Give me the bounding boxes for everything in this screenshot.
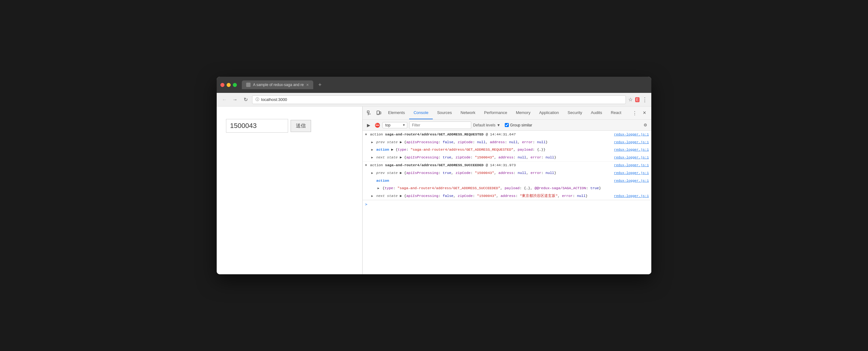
- url-text: localhost:3000: [261, 97, 287, 102]
- console-settings-button[interactable]: ⚙: [642, 122, 649, 128]
- console-input-row[interactable]: >: [363, 200, 651, 209]
- address-bar: ← → ↻ ⓘ localhost:3000 ☆ E ⋮: [217, 93, 651, 107]
- context-wrapper: top ▼: [382, 122, 407, 128]
- console-run-button[interactable]: ▶: [365, 122, 372, 128]
- console-input[interactable]: [369, 203, 649, 207]
- log-row-action-detail-succeeded[interactable]: {type: "saga-and-router4/address/GET_ADD…: [363, 184, 651, 192]
- browser-tab[interactable]: A sample of redux-saga and re ×: [242, 81, 313, 89]
- tab-network[interactable]: Network: [456, 107, 480, 119]
- log-source-action-requested[interactable]: redux-logger.js:1: [614, 147, 649, 153]
- expand-arrow-prev-succeeded[interactable]: [371, 171, 375, 176]
- tab-security[interactable]: Security: [563, 107, 586, 119]
- browser-window: A sample of redux-saga and re × + ← → ↻ …: [217, 77, 651, 274]
- log-text-next-requested: next state ▶ {apiIsProcessing: true, zip…: [376, 155, 612, 160]
- menu-icon[interactable]: ⋮: [642, 96, 648, 103]
- forward-button[interactable]: →: [231, 96, 239, 104]
- svg-rect-4: [380, 112, 381, 114]
- log-source-next-succeeded[interactable]: redux-logger.js:1: [614, 194, 649, 199]
- log-source-requested[interactable]: redux-logger.js:1: [614, 132, 649, 138]
- minimize-traffic-light[interactable]: [227, 83, 231, 87]
- tab-react[interactable]: React: [606, 107, 625, 119]
- tab-application[interactable]: Application: [535, 107, 563, 119]
- maximize-traffic-light[interactable]: [233, 83, 237, 87]
- log-row-action-succeeded[interactable]: action saga-and-router4/address/GET_ADDR…: [363, 162, 651, 169]
- log-row-prev-state-requested[interactable]: prev state ▶ {apiIsProcessing: false, zi…: [363, 139, 651, 146]
- url-bar[interactable]: ⓘ localhost:3000: [252, 95, 626, 104]
- tab-favicon: [246, 83, 251, 87]
- console-levels[interactable]: Default levels ▼: [473, 123, 500, 127]
- tab-elements[interactable]: Elements: [384, 107, 409, 119]
- devtools-tab-bar: Elements Console Sources Network Perform…: [363, 107, 651, 120]
- devtools-panel: Elements Console Sources Network Perform…: [363, 107, 651, 274]
- group-similar-checkbox[interactable]: [505, 123, 509, 127]
- log-text-succeeded: action saga-and-router4/address/GET_ADDR…: [370, 163, 612, 168]
- tab-memory[interactable]: Memory: [512, 107, 535, 119]
- address-actions: ☆ E ⋮: [628, 96, 648, 103]
- back-button[interactable]: ←: [220, 96, 228, 104]
- console-prompt-icon: >: [365, 202, 367, 207]
- zip-input[interactable]: [226, 119, 288, 133]
- expand-arrow-next-succeeded[interactable]: [371, 194, 375, 199]
- main-content: 送信: [217, 107, 651, 274]
- log-text-action-label-succeeded: action: [376, 178, 612, 183]
- svg-rect-0: [367, 111, 369, 113]
- tab-console[interactable]: Console: [409, 107, 433, 119]
- tab-performance[interactable]: Performance: [479, 107, 511, 119]
- log-source-action-succeeded[interactable]: redux-logger.js:1: [614, 178, 649, 184]
- extension-icon[interactable]: E: [635, 97, 640, 102]
- group-similar-option[interactable]: Group similar: [505, 123, 532, 127]
- log-row-prev-state-succeeded[interactable]: prev state ▶ {apiIsProcessing: true, zip…: [363, 169, 651, 177]
- console-output: action saga-and-router4/address/GET_ADDR…: [363, 131, 651, 274]
- log-entry-requested: action saga-and-router4/address/GET_ADDR…: [363, 131, 651, 162]
- tab-title: A sample of redux-saga and re: [253, 83, 304, 87]
- bookmark-icon[interactable]: ☆: [628, 97, 633, 103]
- submit-button[interactable]: 送信: [290, 120, 311, 132]
- log-row-next-state-requested[interactable]: next state ▶ {apiIsProcessing: true, zip…: [363, 154, 651, 162]
- inspect-element-button[interactable]: [365, 109, 374, 117]
- expand-arrow-prev-requested[interactable]: [371, 140, 375, 145]
- log-text-prev-succeeded: prev state ▶ {apiIsProcessing: true, zip…: [376, 170, 612, 176]
- traffic-lights: [220, 83, 237, 87]
- tab-close-button[interactable]: ×: [306, 82, 309, 87]
- log-row-action-requested[interactable]: action saga-and-router4/address/GET_ADDR…: [363, 131, 651, 139]
- log-text-action-requested: action ▶ {type: "saga-and-router4/addres…: [376, 147, 612, 152]
- expand-arrow-requested[interactable]: [365, 132, 369, 137]
- expand-arrow-action-detail-succeeded[interactable]: [377, 186, 381, 191]
- log-text-requested: action saga-and-router4/address/GET_ADDR…: [370, 132, 612, 137]
- devtools-more-button[interactable]: ⋮: [630, 109, 639, 117]
- expand-arrow-succeeded[interactable]: [365, 163, 369, 168]
- close-traffic-light[interactable]: [220, 83, 224, 87]
- log-source-succeeded[interactable]: redux-logger.js:1: [614, 163, 649, 168]
- devtools-tabs: Elements Console Sources Network Perform…: [384, 107, 629, 119]
- devtools-more: ⋮ ×: [630, 109, 649, 117]
- device-toolbar-button[interactable]: [374, 109, 383, 117]
- lock-icon: ⓘ: [255, 97, 259, 102]
- reload-button[interactable]: ↻: [242, 96, 250, 104]
- log-text-next-succeeded: next state ▶ {apiIsProcessing: false, zi…: [376, 193, 612, 199]
- console-toolbar: ▶ ⛔ top ▼ Default levels ▼ Group similar: [363, 120, 651, 131]
- log-source-next-requested[interactable]: redux-logger.js:1: [614, 155, 649, 160]
- log-row-next-state-succeeded[interactable]: next state ▶ {apiIsProcessing: false, zi…: [363, 192, 651, 200]
- expand-arrow-action-requested[interactable]: [371, 148, 375, 152]
- log-source-prev-requested[interactable]: redux-logger.js:1: [614, 140, 649, 145]
- console-filter-input[interactable]: [409, 121, 471, 129]
- console-context-select[interactable]: top: [382, 122, 407, 128]
- webpage-area: 送信: [217, 107, 363, 274]
- log-entry-succeeded: action saga-and-router4/address/GET_ADDR…: [363, 162, 651, 200]
- log-row-action-label-succeeded[interactable]: action redux-logger.js:1: [363, 177, 651, 185]
- log-row-action-child-requested[interactable]: action ▶ {type: "saga-and-router4/addres…: [363, 146, 651, 154]
- tab-audits[interactable]: Audits: [586, 107, 606, 119]
- new-tab-button[interactable]: +: [316, 81, 324, 89]
- log-text-prev-requested: prev state ▶ {apiIsProcessing: false, zi…: [376, 140, 612, 145]
- zip-form: 送信: [226, 119, 353, 133]
- console-clear-button[interactable]: ⛔: [374, 122, 381, 128]
- devtools-close-button[interactable]: ×: [640, 109, 649, 117]
- title-bar: A sample of redux-saga and re × +: [217, 77, 651, 93]
- tab-sources[interactable]: Sources: [433, 107, 456, 119]
- log-text-action-detail-succeeded: {type: "saga-and-router4/address/GET_ADD…: [382, 185, 649, 191]
- log-source-prev-succeeded[interactable]: redux-logger.js:1: [614, 171, 649, 176]
- levels-dropdown-icon: ▼: [497, 123, 500, 127]
- expand-arrow-next-requested[interactable]: [371, 155, 375, 160]
